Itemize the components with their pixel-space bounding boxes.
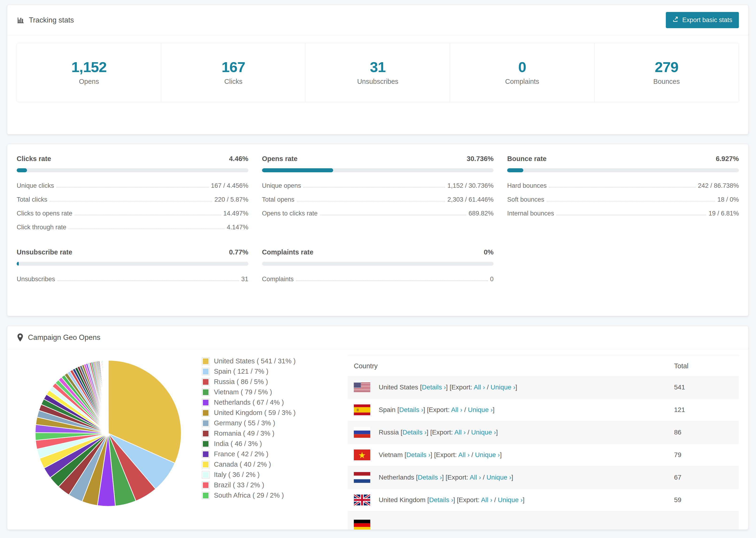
legend-swatch: [202, 358, 209, 365]
rate-row: Unsubscribes31: [17, 272, 248, 286]
export-all-link[interactable]: All ›: [458, 451, 469, 458]
dotted-leader: [56, 187, 208, 188]
legend-label: United Kingdom ( 59 / 3% ): [214, 409, 296, 417]
rate-row-label: Complaints: [262, 276, 294, 283]
country-cell: United Kingdom [Details ›] [Export: All …: [354, 495, 674, 506]
rate-row-label: Unique opens: [262, 182, 301, 189]
rate-row-value: 220 / 5.87%: [215, 196, 248, 203]
rate-value: 0.77%: [229, 248, 248, 256]
rate-title: Clicks rate: [17, 155, 51, 163]
dotted-leader: [549, 187, 695, 188]
legend-label: India ( 46 / 3% ): [214, 440, 262, 448]
legend-swatch: [202, 461, 209, 468]
stats-row: 1,152Opens167Clicks31Unsubscribes0Compla…: [17, 43, 739, 102]
export-unique-link[interactable]: Unique ›: [490, 384, 515, 391]
export-all-link[interactable]: All ›: [451, 406, 462, 413]
rate-rows: Hard bounces242 / 86.738%Soft bounces18 …: [507, 179, 739, 220]
geo-table-row: [348, 511, 739, 530]
legend-item: Romania ( 49 / 3% ): [202, 430, 348, 437]
geo-opens-title: Campaign Geo Opens: [17, 333, 100, 342]
country-links: Vietnam [Details ›] [Export: All › / Uni…: [379, 451, 502, 459]
country-links: Spain [Details ›] [Export: All › / Uniqu…: [379, 406, 495, 413]
rate-row-label: Hard bounces: [507, 182, 547, 189]
export-unique-link[interactable]: Unique ›: [498, 496, 523, 504]
details-link[interactable]: Details ›: [429, 496, 453, 504]
rate-row: Clicks to opens rate14.497%: [17, 207, 248, 220]
export-all-link[interactable]: All ›: [481, 496, 492, 504]
export-all-link[interactable]: All ›: [454, 429, 465, 436]
export-unique-link[interactable]: Unique ›: [468, 406, 493, 413]
legend-item: Germany ( 55 / 3% ): [202, 419, 348, 427]
rate-row-value: 31: [242, 276, 248, 283]
rate-progress-fill: [262, 168, 333, 172]
legend-item: United Kingdom ( 59 / 3% ): [202, 409, 348, 417]
rate-title: Complaints rate: [262, 248, 313, 256]
rate-row-label: Click through rate: [17, 224, 67, 231]
stat-box-unsubscribes: 31Unsubscribes: [305, 43, 450, 102]
rate-row: Opens to clicks rate689.82%: [262, 207, 494, 220]
details-link[interactable]: Details ›: [406, 451, 431, 458]
geo-table-body: United States [Details ›] [Export: All ›…: [348, 376, 739, 530]
stat-box-opens: 1,152Opens: [17, 43, 161, 102]
geo-content: United States ( 541 / 31% )Spain ( 121 /…: [7, 349, 748, 530]
geo-table-header: Country Total: [348, 355, 739, 376]
stat-box-complaints: 0Complaints: [450, 43, 594, 102]
rate-row: Unique clicks167 / 4.456%: [17, 179, 248, 193]
vn-flag-icon: [354, 450, 370, 460]
rate-row-label: Clicks to opens rate: [17, 210, 72, 217]
rate-rows: Unique clicks167 / 4.456%Total clicks220…: [17, 179, 248, 234]
dotted-leader: [50, 201, 212, 201]
tracking-stats-header: Tracking stats Export basic stats: [7, 5, 748, 35]
nl-flag-icon: [354, 472, 370, 483]
rate-row: Complaints0: [262, 272, 494, 286]
legend-swatch: [202, 389, 209, 396]
rate-value: 0%: [484, 248, 494, 256]
geo-pie-chart: [17, 351, 202, 530]
legend-label: Netherlands ( 67 / 4% ): [214, 399, 284, 406]
dotted-leader: [75, 215, 221, 215]
dotted-leader: [296, 281, 488, 281]
rate-row: Click through rate4.147%: [17, 220, 248, 234]
country-cell: Vietnam [Details ›] [Export: All › / Uni…: [354, 450, 674, 460]
rate-row-value: 19 / 6.81%: [709, 210, 739, 217]
details-link[interactable]: Details ›: [422, 384, 446, 391]
rate-value: 4.46%: [229, 155, 248, 163]
legend-label: United States ( 541 / 31% ): [214, 357, 296, 365]
rate-progress-bar: [507, 168, 739, 172]
legend-label: South Africa ( 29 / 2% ): [214, 492, 284, 499]
rates-grid-row1: Clicks rate4.46%Unique clicks167 / 4.456…: [17, 155, 739, 234]
country-cell: Netherlands [Details ›] [Export: All › /…: [354, 472, 674, 483]
export-all-link[interactable]: All ›: [474, 384, 485, 391]
legend-label: Russia ( 86 / 5% ): [214, 378, 268, 386]
export-unique-link[interactable]: Unique ›: [471, 429, 496, 436]
legend-item: Netherlands ( 67 / 4% ): [202, 399, 348, 406]
legend-swatch: [202, 368, 209, 375]
country-cell: Russia [Details ›] [Export: All › / Uniq…: [354, 427, 674, 438]
export-unique-link[interactable]: Unique ›: [486, 474, 512, 481]
rate-row-value: 2,303 / 61.446%: [448, 196, 494, 203]
total-column-header: Total: [674, 362, 733, 370]
rate-row-value: 14.497%: [223, 210, 248, 217]
details-link[interactable]: Details ›: [418, 474, 442, 481]
export-icon: [673, 16, 679, 24]
rate-progress-bar: [262, 262, 494, 266]
rate-row-value: 689.82%: [469, 210, 494, 217]
pie-slice-other[interactable]: [108, 360, 108, 433]
gb-flag-icon: [354, 495, 370, 506]
export-basic-stats-button[interactable]: Export basic stats: [666, 12, 739, 28]
details-link[interactable]: Details ›: [399, 406, 423, 413]
rate-row-label: Unique clicks: [17, 182, 54, 189]
legend-item: Canada ( 40 / 2% ): [202, 460, 348, 468]
legend-swatch: [202, 492, 209, 499]
dotted-leader: [297, 201, 445, 201]
dotted-leader: [69, 229, 225, 229]
legend-swatch: [202, 451, 209, 458]
rate-row-value: 167 / 4.456%: [211, 182, 248, 189]
details-link[interactable]: Details ›: [403, 429, 427, 436]
rate-row: Total opens2,303 / 61.446%: [262, 193, 494, 207]
total-cell: 67: [674, 474, 733, 481]
export-unique-link[interactable]: Unique ›: [475, 451, 500, 458]
export-all-link[interactable]: All ›: [470, 474, 481, 481]
country-cell: [354, 520, 674, 530]
geo-title: Campaign Geo Opens: [28, 333, 100, 342]
